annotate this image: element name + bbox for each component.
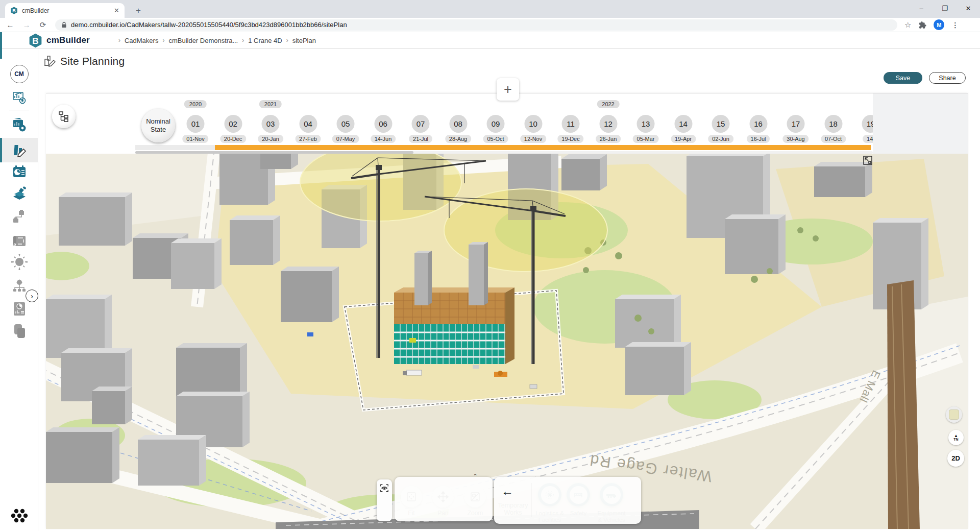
city-building [281, 267, 339, 322]
timeline-month-circle[interactable]: 05 [337, 115, 355, 133]
refresh-icon[interactable]: ⟳ [37, 19, 49, 31]
compass-button[interactable]: ▲ TN [948, 430, 964, 445]
collapse-toolbar-chevron[interactable]: ⌃ [469, 473, 481, 479]
sidebar-item-finishes[interactable] [0, 183, 38, 205]
add-button[interactable]: + [497, 78, 519, 101]
timeline-tree-button[interactable] [52, 105, 76, 128]
timeline-month-date: 28-Aug [445, 135, 471, 143]
svg-text:B: B [32, 36, 38, 46]
forward-icon[interactable]: → [20, 19, 33, 31]
timeline-month-circle[interactable]: 15 [712, 115, 730, 133]
project-report-icon [12, 90, 27, 105]
breadcrumb-siteplan[interactable]: sitePlan [292, 37, 316, 44]
sidebar-item-blueprint[interactable] [0, 230, 38, 252]
timeline-year-pill: 2022 [597, 100, 619, 108]
timeline-month-date: 27-Feb [295, 135, 321, 143]
calendar-icon [12, 164, 27, 180]
svg-text:B: B [12, 8, 16, 13]
sidebar-item-site-planning[interactable] [0, 138, 38, 162]
blueprint-icon [12, 233, 27, 249]
url-bar[interactable]: demo.cmbuilder.io/CadMakers/tallw-202055… [55, 19, 897, 31]
timeline-month-circle[interactable]: 17 [787, 115, 805, 133]
city-building [230, 215, 280, 265]
timeline-month-date: 19-Apr [671, 135, 696, 143]
timeline-month-circle[interactable]: 09 [487, 115, 505, 133]
timeline-month-circle[interactable]: 08 [449, 115, 467, 133]
sidebar-divider [9, 110, 29, 110]
share-button[interactable]: Share [929, 72, 966, 84]
addr-right-icons: ☆ M ⋮ [904, 19, 959, 30]
timeline-month-date: 14- [863, 135, 873, 143]
window-controls: – ❐ ✕ [910, 0, 980, 17]
chrome-menu-icon[interactable]: ⋮ [951, 21, 959, 29]
extensions-puzzle-icon[interactable] [918, 21, 926, 29]
breadcrumb-model[interactable]: 1 Crane 4D [248, 37, 282, 44]
maximize-button[interactable]: ❐ [933, 0, 957, 17]
breadcrumb-project[interactable]: cmBuilder Demonstra... [168, 37, 238, 44]
view-tools-card [395, 477, 493, 521]
timeline-year-pill: 2020 [184, 100, 207, 108]
sidebar-item-company[interactable]: CM [0, 63, 38, 85]
app-header: B cmBuilder › CadMakers › cmBuilder Demo… [0, 32, 980, 49]
breadcrumb-cadmakers[interactable]: CadMakers [125, 37, 158, 44]
breadcrumb-sep: › [242, 37, 244, 44]
timeline-month-date: 19-Dec [557, 135, 583, 143]
visibility-tool[interactable] [377, 479, 392, 521]
sidebar-item-project-report[interactable] [0, 86, 38, 109]
timeline-month-circle[interactable]: 13 [637, 115, 655, 133]
site-3d-viewport[interactable]: Walter Gage Rd E Mall [46, 154, 968, 529]
breadcrumb-sep: › [118, 37, 120, 44]
sidebar-item-apps[interactable] [0, 504, 38, 527]
timeline-month-date: 20-Dec [220, 135, 246, 143]
2d-toggle-button[interactable]: 2D [947, 450, 964, 467]
viewcube-face [949, 409, 959, 420]
save-button[interactable]: Save [884, 72, 922, 84]
city-building [814, 162, 872, 197]
timeline-month-circle[interactable]: 18 [824, 115, 842, 133]
timeline-month-date: 16-Jul [747, 135, 770, 143]
chrome-profile-avatar[interactable]: M [934, 19, 944, 30]
url-text: demo.cmbuilder.io/CadMakers/tallw-202055… [71, 21, 347, 29]
timeline-month-circle[interactable]: 07 [412, 115, 430, 133]
minimize-button[interactable]: – [910, 0, 933, 17]
timeline-month-date: 21-Jul [409, 135, 432, 143]
cmbuilder-logo-icon: B [29, 33, 42, 48]
timeline-month-date: 30-Aug [782, 135, 808, 143]
timeline-month-circle[interactable]: 16 [749, 115, 767, 133]
timeline-month-circle[interactable]: 02 [224, 115, 242, 133]
bookmark-star-icon[interactable]: ☆ [904, 20, 911, 30]
new-tab-button[interactable]: + [132, 4, 145, 17]
timeline-month-circle[interactable]: 19 [862, 115, 873, 133]
timeline-month-circle[interactable]: 10 [524, 115, 542, 133]
sidebar-item-schedule-report[interactable] [0, 114, 38, 136]
timeline-month-circle[interactable]: 03 [262, 115, 280, 133]
timeline-expand-button[interactable] [862, 154, 874, 166]
timeline-month-circle[interactable]: 06 [374, 115, 392, 133]
close-button[interactable]: ✕ [957, 0, 980, 17]
city-building [92, 387, 132, 424]
timeline-month-circle[interactable]: 14 [674, 115, 692, 133]
tab-close-icon[interactable]: ✕ [114, 7, 119, 14]
breadcrumb-sep: › [162, 37, 164, 44]
back-arrow-icon[interactable]: ← [501, 484, 513, 498]
browser-tab[interactable]: B cmBuilder ✕ [5, 3, 125, 18]
timeline-month-circle[interactable]: 01 [187, 115, 205, 133]
city-building [59, 192, 132, 246]
sidebar-item-calendar[interactable] [0, 161, 38, 183]
sidebar-expand-chevron[interactable]: › [26, 289, 38, 302]
viewcube-button[interactable] [946, 406, 962, 423]
timeline-progress-bar[interactable] [215, 145, 871, 150]
timeline-right-gutter [873, 93, 968, 154]
timeline-month-circle[interactable]: 11 [562, 115, 580, 133]
cmbuilder-logo[interactable]: B cmBuilder [29, 33, 90, 48]
sidebar-item-network[interactable] [0, 251, 38, 273]
timeline-month-circle[interactable]: 04 [299, 115, 317, 133]
city-building [260, 154, 298, 169]
sidebar-item-pages[interactable] [0, 320, 38, 342]
sidebar-item-workflow[interactable] [0, 206, 38, 228]
nominal-state-button[interactable]: Nominal State [141, 109, 175, 142]
browser-address-bar: ← → ⟳ demo.cmbuilder.io/CadMakers/tallw-… [0, 18, 980, 32]
timeline-month-circle[interactable]: 12 [599, 115, 617, 133]
back-icon[interactable]: ← [4, 19, 16, 31]
timeline-month-date: 12-Nov [520, 135, 546, 143]
